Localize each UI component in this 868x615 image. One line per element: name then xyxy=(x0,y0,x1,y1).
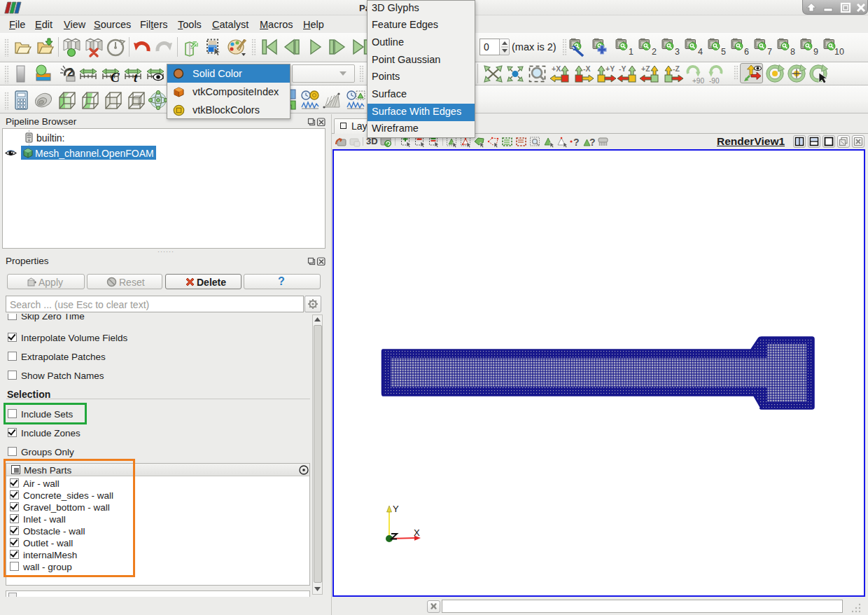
svg-text:-X: -X xyxy=(583,64,591,73)
svg-text:+Y: +Y xyxy=(606,64,615,73)
svg-text:3: 3 xyxy=(675,47,680,57)
svg-text:+Z: +Z xyxy=(641,64,650,73)
svg-text:C: C xyxy=(111,70,120,85)
svg-text:5: 5 xyxy=(721,47,726,57)
svg-text:8: 8 xyxy=(790,47,795,57)
svg-text:6: 6 xyxy=(744,47,749,57)
svg-text:?: ? xyxy=(573,137,580,148)
svg-text:9: 9 xyxy=(813,47,818,57)
svg-text:+X: +X xyxy=(552,64,561,73)
svg-text:-90: -90 xyxy=(709,77,720,85)
svg-text:+90: +90 xyxy=(692,77,704,85)
svg-text:2: 2 xyxy=(652,47,657,57)
svg-text:-Z: -Z xyxy=(673,64,680,73)
svg-text:X: X xyxy=(414,527,420,538)
svg-text:1: 1 xyxy=(629,47,634,57)
svg-text:?: ? xyxy=(589,137,596,148)
svg-text:-Y: -Y xyxy=(619,64,626,73)
svg-text:7: 7 xyxy=(767,47,772,57)
svg-text:Y: Y xyxy=(393,504,399,514)
svg-text:10: 10 xyxy=(834,47,844,57)
svg-text:4: 4 xyxy=(698,47,703,57)
